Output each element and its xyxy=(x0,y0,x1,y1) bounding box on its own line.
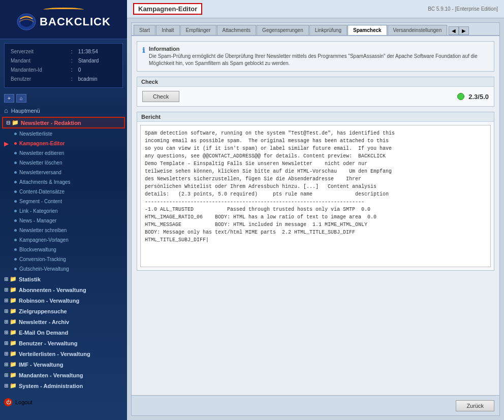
bullet-dot xyxy=(14,258,17,261)
expand-icon: ⊞ xyxy=(4,372,8,378)
sidebar-item-newsletter-schreiben[interactable]: Newsletter schreiben xyxy=(10,225,127,235)
info-box: ℹ Information Die Spam-Prüfung ermöglich… xyxy=(137,41,494,72)
sidebar-item-newsletter-editieren[interactable]: Newsletter editieren xyxy=(10,148,127,158)
folder-icon: 📁 xyxy=(10,340,17,346)
toolbar-add-button[interactable]: + xyxy=(4,94,14,103)
info-icon: ℹ xyxy=(142,46,145,54)
active-arrow-icon: ▶ xyxy=(4,139,9,148)
sidebar-item-content-datensaetze[interactable]: Content-Datensätze xyxy=(10,187,127,197)
folder-icon: 📁 xyxy=(10,318,17,325)
sidebar-item-zielgruppensuche[interactable]: ⊞ 📁 Zielgruppensuche xyxy=(0,306,127,316)
sidebar-item-robinson-verwaltung[interactable]: ⊞ 📁 Robinson - Verwaltung xyxy=(0,295,127,306)
toolbar-home-button[interactable]: ⌂ xyxy=(16,94,26,103)
sidebar-item-abonnenten-verwaltung[interactable]: ⊞ 📁 Abonnenten - Verwaltung xyxy=(0,284,127,295)
bericht-content[interactable]: Spam detection software, running on the … xyxy=(140,125,491,267)
info-content: Information Die Spam-Prüfung ermöglicht … xyxy=(149,46,489,67)
sidebar-item-verteilerlisten-verwaltung[interactable]: ⊞ 📁 Verteilerlisten - Verwaltung xyxy=(0,348,127,359)
sidebar-item-mandanten-verwaltung[interactable]: ⊞ 📁 Mandanten - Verwaltung xyxy=(0,370,127,380)
folder-icon: 📁 xyxy=(10,361,17,368)
check-section-header: Check xyxy=(137,77,494,87)
tab-content-spamcheck: ℹ Information Die Spam-Prüfung ermöglich… xyxy=(132,36,499,395)
tab-linkpruefung[interactable]: Linkprüfung xyxy=(309,25,347,35)
serverzeit-label: Serverzeit xyxy=(10,48,69,56)
back-button[interactable]: Zurück xyxy=(456,400,494,411)
tabs-prev-button[interactable]: ◀ xyxy=(449,26,459,35)
folder-icon: 📁 xyxy=(10,308,17,314)
bericht-header: Bericht xyxy=(137,112,494,122)
info-title: Information xyxy=(149,46,489,52)
mandanten-id-label: Mandanten-Id xyxy=(10,66,69,74)
expand-icon: ⊞ xyxy=(4,362,8,367)
sidebar-item-newsletter-archiv[interactable]: ⊞ 📁 Newsletter - Archiv xyxy=(0,316,127,327)
check-button[interactable]: Check xyxy=(142,91,179,102)
sidebar-item-newsletterversand[interactable]: Newsletterversand xyxy=(10,168,127,177)
logout-item[interactable]: ⏻ Logout xyxy=(0,395,127,409)
expand-icon: ⊞ xyxy=(4,330,8,335)
folder-icon: 📁 xyxy=(10,286,17,293)
folder-icon: 📁 xyxy=(12,119,19,126)
serverzeit-value: 11:38:54 xyxy=(77,48,117,56)
sidebar-item-newsletter-loeschen[interactable]: Newsletter löschen xyxy=(10,158,127,168)
bullet-dot xyxy=(14,142,17,145)
bullet-dot xyxy=(14,229,17,232)
sidebar-item-hauptmenu[interactable]: ⌂ Hauptmenü xyxy=(0,105,127,116)
mandant-label: Mandant xyxy=(10,57,69,65)
folder-icon: 📁 xyxy=(10,372,17,378)
sidebar-item-imf-verwaltung[interactable]: ⊞ 📁 IMF - Verwaltung xyxy=(0,359,127,370)
hauptmenu-label: Hauptmenü xyxy=(11,108,40,114)
server-info: Serverzeit:11:38:54 Mandant:Standard Man… xyxy=(4,43,123,88)
bullet-dot xyxy=(14,190,17,193)
sidebar-item-gutschein-verwaltung[interactable]: Gutschein-Verwaltung xyxy=(10,264,127,274)
score-indicator: 2.3/5.0 xyxy=(457,93,489,101)
sidebar-item-segment-content[interactable]: Segment - Content xyxy=(10,197,127,206)
benutzer-value: bcadmin xyxy=(77,75,117,83)
sidebar-item-statistik[interactable]: ⊞ 📁 Statistik xyxy=(0,274,127,284)
home-icon: ⌂ xyxy=(4,107,8,114)
tabs-next-button[interactable]: ▶ xyxy=(459,26,469,35)
bericht-section: Bericht Spam detection software, running… xyxy=(137,112,494,271)
sidebar-item-newsletterliste[interactable]: Newsletterliste xyxy=(10,129,127,139)
tab-inhalt[interactable]: Inhalt xyxy=(156,25,179,35)
sidebar-item-link-kategorien[interactable]: Link - Kategorien xyxy=(10,206,127,216)
bullet-dot xyxy=(14,219,17,222)
sidebar-item-kampagnen-vorlagen[interactable]: Kampagnen-Vorlagen xyxy=(10,235,127,245)
sidebar-item-attachments-images[interactable]: Attachments & Images xyxy=(10,177,127,187)
bullet-dot xyxy=(14,171,17,174)
bullet-dot xyxy=(14,239,17,241)
title-bar-left: Kampagnen-Editor xyxy=(133,3,202,15)
sidebar-toolbar: + ⌂ xyxy=(0,92,127,105)
expand-icon: ⊞ xyxy=(4,298,8,303)
sidebar-item-newsletter-redaktion[interactable]: ⊟ 📁 Newsletter - Redaktion xyxy=(2,117,125,128)
bullet-dot xyxy=(14,248,17,251)
tab-attachments[interactable]: Attachments xyxy=(217,25,257,35)
expand-icon: ⊞ xyxy=(4,319,8,325)
expand-icon: ⊞ xyxy=(4,276,8,282)
expand-icon: ⊞ xyxy=(4,287,8,293)
tab-spamcheck[interactable]: Spamcheck xyxy=(348,25,387,35)
score-text: 2.3/5.0 xyxy=(468,93,489,101)
tab-versandeinstellungen[interactable]: Versandeinstellungen xyxy=(388,25,448,35)
nav-group-newsletter-redaktion: ⊟ 📁 Newsletter - Redaktion Newsletterlis… xyxy=(0,116,127,274)
content-area: Start Inhalt Empfänger Attachments Gegen… xyxy=(131,22,500,416)
bullet-dot xyxy=(14,133,17,135)
expand-icon: ⊞ xyxy=(4,383,8,389)
tab-gegensperrungen[interactable]: Gegensperrungen xyxy=(257,25,309,35)
mandanten-id-value: 0 xyxy=(77,66,117,74)
sidebar-item-news-manager[interactable]: News - Manager xyxy=(10,216,127,225)
campaign-editor-title: Kampagnen-Editor xyxy=(133,3,202,15)
folder-icon: 📁 xyxy=(10,382,17,389)
sidebar-item-blockverwaltung[interactable]: Blockverwaltung xyxy=(10,245,127,254)
bullet-dot xyxy=(14,161,17,164)
sidebar-item-email-on-demand[interactable]: ⊞ 📁 E-Mail On Demand xyxy=(0,327,127,338)
tab-start[interactable]: Start xyxy=(134,25,155,35)
expand-icon: ⊞ xyxy=(4,351,8,357)
tabs-bar: Start Inhalt Empfänger Attachments Gegen… xyxy=(132,23,499,36)
sidebar-item-kampagnen-editor[interactable]: ▶ Kampagnen-Editor xyxy=(10,139,127,148)
sidebar-item-conversion-tracking[interactable]: Conversion-Tracking xyxy=(10,254,127,264)
sidebar-item-system-administration[interactable]: ⊞ 📁 System - Administration xyxy=(0,380,127,391)
footer-bar: Zurück xyxy=(132,395,499,415)
tab-empfaenger[interactable]: Empfänger xyxy=(180,25,216,35)
sidebar-item-benutzer-verwaltung[interactable]: ⊞ 📁 Benutzer - Verwaltung xyxy=(0,338,127,348)
bullet-dot xyxy=(14,181,17,183)
expand-icon: ⊞ xyxy=(4,340,8,346)
